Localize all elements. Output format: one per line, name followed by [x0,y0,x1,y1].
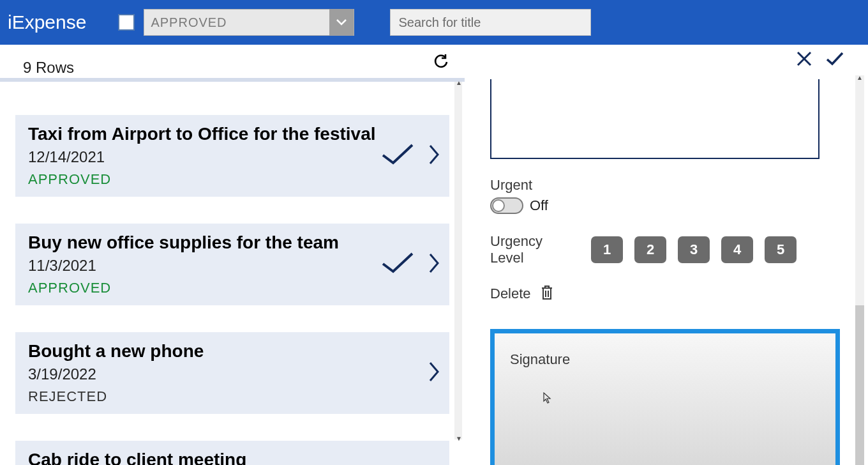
item-date: 3/19/2022 [28,365,439,383]
check-icon [379,251,416,278]
detail-body: Urgent Off Urgency Level 12345 Delete [490,79,853,465]
trash-icon[interactable] [540,284,554,303]
expense-list-pane: 9 Rows Taxi from Airport to Office for t… [0,45,465,465]
app-title: iExpense [8,11,86,33]
close-icon[interactable] [795,50,813,70]
urgency-level-button[interactable]: 4 [721,236,753,263]
detail-scrollbar[interactable]: ▲ ▼ [855,75,864,465]
search-input[interactable] [390,9,591,36]
list-item[interactable]: Buy new office supplies for the team11/3… [15,224,449,305]
chevron-right-icon[interactable] [428,143,440,169]
urgent-toggle-row: Off [490,197,840,214]
urgent-toggle-state: Off [530,197,548,214]
status-filter-value: APPROVED [151,15,227,30]
notes-textarea[interactable] [490,79,819,159]
chevron-right-icon[interactable] [428,252,440,277]
expense-list: Taxi from Airport to Office for the fest… [0,82,465,465]
item-actions [428,360,440,386]
detail-actions [490,50,853,70]
urgent-label: Urgent [490,177,840,194]
item-title: Cab ride to client meeting [28,450,439,465]
urgent-toggle[interactable] [490,197,523,214]
item-status: REJECTED [28,388,439,405]
main-layout: 9 Rows Taxi from Airport to Office for t… [0,45,868,465]
delete-row: Delete [490,284,840,303]
urgency-level-button[interactable]: 3 [678,236,710,263]
urgency-level-button[interactable]: 2 [634,236,666,263]
item-actions [379,142,440,169]
signature-panel[interactable]: Signature [490,329,840,465]
check-icon[interactable] [825,50,845,70]
urgency-level-label: Urgency Level [490,233,573,266]
chevron-right-icon[interactable] [428,360,440,386]
item-title: Buy new office supplies for the team [28,232,439,253]
list-scrollbar[interactable]: ▲ ▼ [454,82,462,439]
list-header: 9 Rows [0,52,465,82]
chevron-down-icon [329,9,354,36]
check-icon [379,142,416,169]
item-date: 11/3/2021 [28,257,439,275]
item-status: APPROVED [28,171,439,188]
cursor-icon [543,392,552,406]
item-status: APPROVED [28,280,439,296]
scrollbar-thumb[interactable] [855,305,864,465]
item-title: Taxi from Airport to Office for the fest… [28,124,439,144]
toggle-knob [492,199,505,212]
app-header: iExpense APPROVED [0,0,868,45]
delete-label: Delete [490,286,531,302]
list-item[interactable]: Bought a new phone3/19/2022REJECTED [15,332,449,414]
urgency-level-row: Urgency Level 12345 [490,233,840,266]
refresh-icon[interactable] [431,52,451,72]
signature-label: Signature [510,351,820,368]
header-checkbox[interactable] [118,14,135,31]
urgency-level-button[interactable]: 1 [591,236,623,263]
urgency-level-buttons: 12345 [591,236,797,263]
status-filter-dropdown[interactable]: APPROVED [144,9,354,36]
list-item[interactable]: Cab ride to client meeting [15,441,449,465]
detail-pane: Urgent Off Urgency Level 12345 Delete [465,45,868,465]
urgency-level-button[interactable]: 5 [765,236,797,263]
row-count: 9 Rows [23,59,74,77]
item-date: 12/14/2021 [28,148,439,166]
item-actions [379,251,440,278]
list-item[interactable]: Taxi from Airport to Office for the fest… [15,115,449,197]
item-title: Bought a new phone [28,341,439,362]
